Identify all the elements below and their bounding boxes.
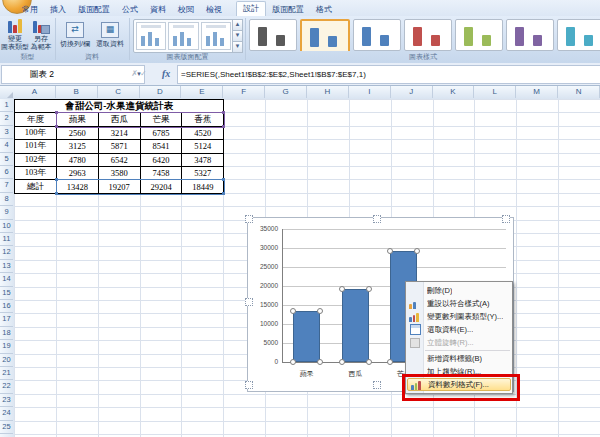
column-header-F[interactable]: F (223, 86, 265, 98)
save-as-template-button[interactable]: 另存 為範本 (28, 18, 54, 51)
table-cell[interactable]: 2963 (57, 167, 99, 180)
row-header-6[interactable]: 6 (0, 166, 13, 179)
row-header-24[interactable]: 24 (0, 407, 13, 420)
menu-reset-style[interactable]: 重設以符合樣式(A) (406, 297, 512, 310)
table-cell[interactable]: 5327 (182, 167, 224, 180)
column-header-A[interactable]: A (14, 86, 56, 98)
data-table[interactable]: 會甜公司-水果進貨統計表年度蘋果西瓜芒果香蕉100年25603214678545… (14, 99, 224, 194)
table-header-cell[interactable]: 芒果 (141, 113, 183, 126)
table-cell[interactable]: 18449 (182, 180, 224, 193)
chart-layout-thumb-3[interactable] (201, 22, 231, 50)
menu-change-series-chart-type[interactable]: 變更數列圖表類型(Y)... (406, 310, 512, 323)
chart-layout-thumb-2[interactable] (168, 22, 198, 50)
row-header-8[interactable]: 8 (0, 193, 13, 206)
table-cell[interactable]: 5871 (99, 140, 141, 153)
row-header-23[interactable]: 23 (0, 394, 13, 407)
row-header-21[interactable]: 21 (0, 367, 13, 380)
row-header-15[interactable]: 15 (0, 287, 13, 300)
row-header-12[interactable]: 12 (0, 246, 13, 259)
chart-frame-handle[interactable] (373, 381, 381, 389)
insert-function-icon[interactable]: fx (162, 65, 170, 82)
formula-input[interactable]: =SERIES(,Sheet1!$B$2:$E$2,Sheet1!$B$7:$E… (177, 65, 600, 84)
chart-layout-thumb-1[interactable] (136, 22, 166, 50)
column-header-G[interactable]: G (265, 86, 307, 98)
table-cell[interactable]: 3580 (99, 167, 141, 180)
menu-delete[interactable]: 刪除(D) (406, 284, 512, 297)
table-cell[interactable]: 101年 (15, 140, 57, 153)
select-data-button[interactable]: ▦ 選取資料 (93, 22, 127, 48)
row-header-16[interactable]: 16 (0, 300, 13, 313)
table-cell[interactable]: 4780 (57, 154, 99, 167)
chart-frame-handle[interactable] (502, 215, 510, 223)
table-cell[interactable]: 13428 (57, 180, 99, 193)
tab-formulas[interactable]: 公式 (116, 3, 144, 16)
column-header-C[interactable]: C (98, 86, 140, 98)
menu-format-data-series[interactable]: 資料數列格式(F)... (407, 378, 511, 391)
row-header-5[interactable]: 5 (0, 153, 13, 166)
style-1[interactable] (249, 19, 297, 51)
table-cell[interactable]: 4520 (182, 127, 224, 140)
row-header-10[interactable]: 10 (0, 220, 13, 233)
table-header-cell[interactable]: 西瓜 (99, 113, 141, 126)
style-2[interactable] (300, 19, 350, 51)
tab-chart-layout[interactable]: 版面配置 (266, 3, 310, 16)
tab-design[interactable]: 設計 (236, 1, 266, 16)
table-cell[interactable]: 3478 (182, 154, 224, 167)
table-cell[interactable]: 總計 (15, 180, 57, 193)
table-cell[interactable]: 8541 (141, 140, 183, 153)
tab-data[interactable]: 資料 (144, 3, 172, 16)
row-header-2[interactable]: 2 (0, 112, 13, 125)
style-3[interactable] (353, 19, 401, 51)
bar-蘋果[interactable] (293, 311, 320, 362)
table-cell[interactable]: 5124 (182, 140, 224, 153)
chart-frame-handle[interactable] (245, 381, 253, 389)
column-header-K[interactable]: K (433, 86, 475, 98)
tab-review[interactable]: 校閱 (172, 3, 200, 16)
change-chart-type-button[interactable]: 變更 圖表類型 (2, 18, 28, 51)
row-header-11[interactable]: 11 (0, 233, 13, 246)
table-cell[interactable]: 29204 (141, 180, 183, 193)
table-cell[interactable]: 102年 (15, 154, 57, 167)
column-header-L[interactable]: L (474, 86, 516, 98)
menu-add-trendline[interactable]: 加上趨勢線(R)... (406, 365, 512, 378)
column-header-N[interactable]: N (558, 86, 600, 98)
table-cell[interactable]: 3214 (99, 127, 141, 140)
column-header-I[interactable]: I (349, 86, 391, 98)
chart-frame-handle[interactable] (245, 298, 253, 306)
style-7[interactable] (557, 19, 600, 51)
row-header-13[interactable]: 13 (0, 260, 13, 273)
tab-format[interactable]: 格式 (310, 3, 338, 16)
style-4[interactable] (404, 19, 452, 51)
select-all-corner[interactable] (0, 86, 15, 100)
table-cell[interactable]: 6785 (141, 127, 183, 140)
table-cell[interactable]: 7458 (141, 167, 183, 180)
column-header-M[interactable]: M (516, 86, 558, 98)
row-header-7[interactable]: 7 (0, 179, 13, 192)
row-header-4[interactable]: 4 (0, 139, 13, 152)
tab-home[interactable]: 常用 (16, 3, 44, 16)
row-header-1[interactable]: 1 (0, 99, 13, 112)
row-header-18[interactable]: 18 (0, 327, 13, 340)
row-header-9[interactable]: 9 (0, 206, 13, 219)
chart-frame-handle[interactable] (373, 215, 381, 223)
style-6[interactable] (506, 19, 554, 51)
table-cell[interactable]: 19207 (99, 180, 141, 193)
switch-row-column-button[interactable]: ⇄ 切換列/欄 (58, 22, 92, 48)
table-cell[interactable]: 3125 (57, 140, 99, 153)
table-header-cell[interactable]: 年度 (15, 113, 57, 126)
row-header-14[interactable]: 14 (0, 273, 13, 286)
row-header-25[interactable]: 25 (0, 421, 13, 434)
tab-view[interactable]: 檢視 (200, 3, 228, 16)
bar-西瓜[interactable] (342, 289, 369, 362)
table-cell[interactable]: 6542 (99, 154, 141, 167)
table-cell[interactable]: 2560 (57, 127, 99, 140)
row-header-17[interactable]: 17 (0, 313, 13, 326)
menu-3d-rotation[interactable]: 立體旋轉(R)... (406, 336, 512, 349)
column-header-E[interactable]: E (181, 86, 223, 98)
row-header-22[interactable]: 22 (0, 380, 13, 393)
table-header-cell[interactable]: 蘋果 (57, 113, 99, 126)
table-cell[interactable]: 103年 (15, 167, 57, 180)
row-header-19[interactable]: 19 (0, 340, 13, 353)
table-cell[interactable]: 6420 (141, 154, 183, 167)
style-5[interactable] (455, 19, 503, 51)
